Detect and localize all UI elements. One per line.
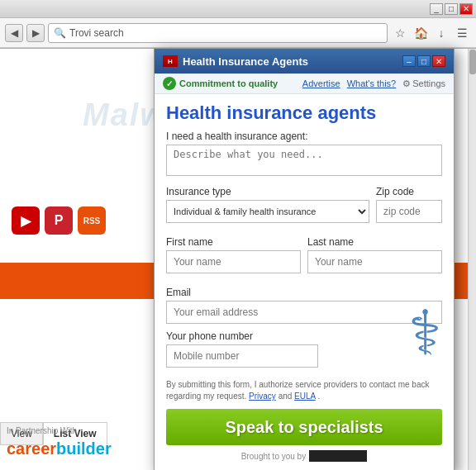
brought-by-label: Brought to you by xyxy=(241,452,306,461)
phone-label: Your phone number xyxy=(166,330,442,342)
maximize-btn[interactable]: □ xyxy=(445,3,458,15)
insurance-select[interactable]: Individual & family health insurance Ind… xyxy=(166,200,369,223)
first-name-label: First name xyxy=(166,236,301,248)
quality-label: Commitment to quality xyxy=(179,78,278,88)
gear-icon: ⚙ xyxy=(402,78,411,89)
whats-this-link[interactable]: What's this? xyxy=(347,78,397,88)
phone-input[interactable] xyxy=(166,344,318,368)
rss-icon[interactable]: RSS xyxy=(78,207,106,235)
modal-minimize-btn[interactable]: – xyxy=(402,55,416,67)
social-icons: ▶ P RSS xyxy=(12,207,106,235)
search-text: Trovi search xyxy=(69,27,124,39)
search-icon: 🔍 xyxy=(54,27,66,39)
zip-label: Zip code xyxy=(376,186,442,197)
email-label: Email xyxy=(166,287,442,298)
career-text: career xyxy=(7,439,56,458)
nav-bar: ◀ ▶ 🔍 Trovi search ☆ 🏠 ↓ ☰ xyxy=(0,18,476,48)
builder-text: builder xyxy=(56,439,112,458)
brought-by-logo xyxy=(309,450,367,462)
last-name-col: Last name xyxy=(307,236,442,280)
caduceus-icon: ⚕ xyxy=(408,297,442,369)
subheader-links: Advertise What's this? xyxy=(302,78,396,88)
quality-badge: ✓ Commitment to quality xyxy=(163,77,278,90)
settings-link[interactable]: ⚙ Settings xyxy=(402,78,445,89)
email-input[interactable] xyxy=(166,301,442,324)
menu-icon[interactable]: ☰ xyxy=(453,24,471,42)
forward-btn[interactable]: ▶ xyxy=(26,24,45,42)
first-name-input[interactable] xyxy=(166,250,301,273)
nav-right-btns: ☆ 🏠 ↓ ☰ xyxy=(391,24,471,42)
zip-col: Zip code xyxy=(376,186,442,230)
modal-overlay: H Health Insurance Agents – □ ✕ ✓ Commit… xyxy=(154,48,455,470)
back-btn[interactable]: ◀ xyxy=(5,24,23,42)
title-bar: _ □ ✕ xyxy=(0,0,476,18)
career-builder-logo: careerbuilder xyxy=(7,439,112,458)
minimize-btn[interactable]: _ xyxy=(430,3,443,15)
scrollbar-thumb[interactable] xyxy=(469,50,476,74)
modal-logo: H xyxy=(163,55,178,67)
partner-label: In Partnership With xyxy=(7,426,77,435)
insurance-col: Insurance type Individual & family healt… xyxy=(166,186,369,223)
home-icon[interactable]: 🏠 xyxy=(412,24,430,42)
phone-row: Your phone number xyxy=(166,330,442,374)
caduceus-area: By submitting this form, I authorize ser… xyxy=(166,379,442,402)
describe-label: I need a health insurance agent: xyxy=(166,131,442,142)
insurance-label: Insurance type xyxy=(166,186,369,197)
zip-input[interactable] xyxy=(376,200,442,223)
pinterest-icon[interactable]: P xyxy=(45,207,73,235)
settings-label: Settings xyxy=(412,78,445,88)
first-name-col: First name xyxy=(166,236,301,280)
modal-title-left: H Health Insurance Agents xyxy=(163,55,308,68)
privacy-link[interactable]: Privacy xyxy=(249,392,276,401)
last-name-input[interactable] xyxy=(307,250,442,273)
last-name-label: Last name xyxy=(307,236,442,248)
eula-link[interactable]: EULA xyxy=(294,392,316,401)
speak-to-specialists-button[interactable]: Speak to specialists xyxy=(166,409,442,445)
advertise-link[interactable]: Advertise xyxy=(302,78,340,88)
modal-title-bar: H Health Insurance Agents – □ ✕ xyxy=(155,49,454,74)
check-icon: ✓ xyxy=(163,77,176,90)
brought-by: Brought to you by xyxy=(166,450,442,462)
star-icon[interactable]: ☆ xyxy=(391,24,409,42)
modal-subheader: ✓ Commitment to quality Advertise What's… xyxy=(155,74,454,94)
modal-body: Health insurance agents I need a health … xyxy=(155,94,454,470)
youtube-icon[interactable]: ▶ xyxy=(12,207,40,235)
describe-input[interactable] xyxy=(166,145,442,176)
modal-title: Health Insurance Agents xyxy=(183,55,308,68)
name-row: First name Last name xyxy=(166,236,442,280)
refresh-icon[interactable]: ↓ xyxy=(432,24,450,42)
scrollbar[interactable] xyxy=(468,48,476,470)
address-bar[interactable]: 🔍 Trovi search xyxy=(48,23,388,43)
close-btn[interactable]: ✕ xyxy=(459,3,473,15)
modal-maximize-btn[interactable]: □ xyxy=(417,55,431,67)
browser-chrome: _ □ ✕ ◀ ▶ 🔍 Trovi search ☆ 🏠 ↓ ☰ xyxy=(0,0,476,49)
disclaimer-text: By submitting this form, I authorize ser… xyxy=(166,379,442,402)
modal-title-buttons: – □ ✕ xyxy=(402,55,445,67)
modal-main-title: Health insurance agents xyxy=(166,102,442,124)
insurance-row: Insurance type Individual & family healt… xyxy=(166,186,442,230)
modal-close-btn[interactable]: ✕ xyxy=(432,55,445,67)
